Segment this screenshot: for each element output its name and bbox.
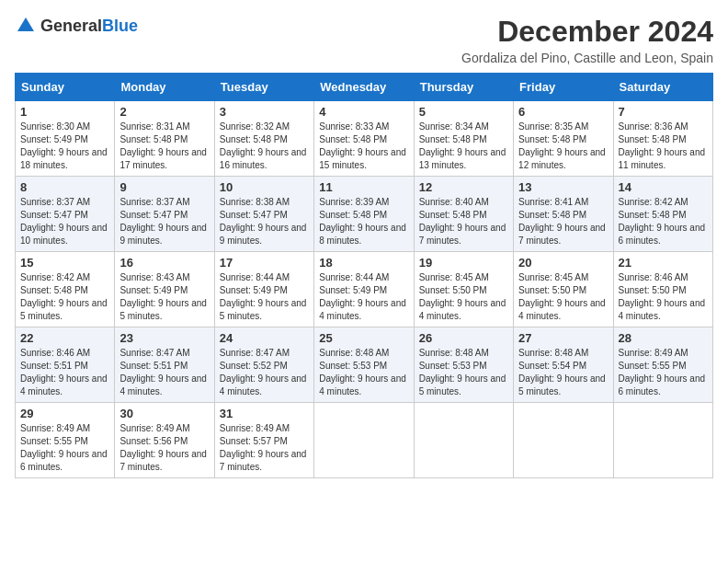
day-number: 20 [518, 256, 608, 270]
calendar-cell: 2Sunrise: 8:31 AM Sunset: 5:48 PM Daylig… [115, 101, 214, 177]
calendar-header-row: SundayMondayTuesdayWednesdayThursdayFrid… [16, 74, 713, 101]
calendar-cell: 3Sunrise: 8:32 AM Sunset: 5:48 PM Daylig… [214, 101, 313, 177]
column-header-friday: Friday [514, 74, 613, 101]
day-number: 2 [119, 105, 209, 119]
calendar-cell: 6Sunrise: 8:35 AM Sunset: 5:48 PM Daylig… [514, 101, 613, 177]
calendar-cell: 9Sunrise: 8:37 AM Sunset: 5:47 PM Daylig… [115, 177, 214, 252]
calendar-cell: 8Sunrise: 8:37 AM Sunset: 5:47 PM Daylig… [16, 177, 115, 252]
day-number: 3 [220, 105, 309, 119]
main-title: December 2024 [461, 15, 713, 49]
calendar-week-row: 22Sunrise: 8:46 AM Sunset: 5:51 PM Dayli… [16, 327, 713, 403]
day-number: 5 [419, 105, 508, 119]
logo: GeneralBlue [15, 15, 138, 37]
cell-info: Sunrise: 8:46 AM Sunset: 5:50 PM Dayligh… [619, 271, 708, 323]
day-number: 13 [518, 180, 608, 194]
cell-info: Sunrise: 8:48 AM Sunset: 5:54 PM Dayligh… [518, 347, 608, 398]
day-number: 15 [20, 256, 109, 270]
title-section: December 2024 Gordaliza del Pino, Castil… [461, 15, 713, 65]
calendar-cell: 7Sunrise: 8:36 AM Sunset: 5:48 PM Daylig… [613, 101, 712, 177]
calendar-cell: 22Sunrise: 8:46 AM Sunset: 5:51 PM Dayli… [16, 327, 115, 403]
calendar-cell: 20Sunrise: 8:45 AM Sunset: 5:50 PM Dayli… [514, 252, 613, 327]
calendar-cell: 26Sunrise: 8:48 AM Sunset: 5:53 PM Dayli… [414, 327, 513, 403]
cell-info: Sunrise: 8:37 AM Sunset: 5:47 PM Dayligh… [20, 196, 109, 247]
calendar-cell: 15Sunrise: 8:42 AM Sunset: 5:48 PM Dayli… [16, 252, 115, 327]
day-number: 17 [220, 256, 309, 270]
cell-info: Sunrise: 8:33 AM Sunset: 5:48 PM Dayligh… [319, 121, 408, 172]
day-number: 26 [419, 331, 508, 345]
cell-info: Sunrise: 8:44 AM Sunset: 5:49 PM Dayligh… [220, 271, 309, 323]
calendar-cell [613, 403, 712, 478]
page-header: GeneralBlue December 2024 Gordaliza del … [15, 15, 713, 65]
calendar-table: SundayMondayTuesdayWednesdayThursdayFrid… [15, 73, 713, 478]
logo-icon [15, 15, 37, 37]
cell-info: Sunrise: 8:34 AM Sunset: 5:48 PM Dayligh… [419, 121, 508, 172]
calendar-cell [314, 403, 414, 478]
calendar-cell: 29Sunrise: 8:49 AM Sunset: 5:55 PM Dayli… [16, 403, 115, 478]
cell-info: Sunrise: 8:48 AM Sunset: 5:53 PM Dayligh… [419, 347, 508, 398]
day-number: 16 [119, 256, 209, 270]
day-number: 19 [419, 256, 508, 270]
calendar-cell: 5Sunrise: 8:34 AM Sunset: 5:48 PM Daylig… [414, 101, 513, 177]
calendar-cell [514, 403, 613, 478]
day-number: 4 [319, 105, 408, 119]
column-header-thursday: Thursday [414, 74, 513, 101]
calendar-cell: 17Sunrise: 8:44 AM Sunset: 5:49 PM Dayli… [214, 252, 313, 327]
calendar-cell: 14Sunrise: 8:42 AM Sunset: 5:48 PM Dayli… [613, 177, 712, 252]
logo-text: GeneralBlue [40, 17, 138, 36]
cell-info: Sunrise: 8:46 AM Sunset: 5:51 PM Dayligh… [20, 347, 109, 398]
cell-info: Sunrise: 8:37 AM Sunset: 5:47 PM Dayligh… [119, 196, 209, 247]
calendar-cell [414, 403, 513, 478]
calendar-cell: 24Sunrise: 8:47 AM Sunset: 5:52 PM Dayli… [214, 327, 313, 403]
column-header-monday: Monday [115, 74, 214, 101]
cell-info: Sunrise: 8:49 AM Sunset: 5:55 PM Dayligh… [20, 422, 109, 474]
cell-info: Sunrise: 8:47 AM Sunset: 5:51 PM Dayligh… [119, 347, 209, 398]
column-header-saturday: Saturday [613, 74, 712, 101]
column-header-wednesday: Wednesday [314, 74, 414, 101]
cell-info: Sunrise: 8:49 AM Sunset: 5:57 PM Dayligh… [220, 422, 309, 474]
cell-info: Sunrise: 8:49 AM Sunset: 5:56 PM Dayligh… [119, 422, 209, 474]
calendar-cell: 27Sunrise: 8:48 AM Sunset: 5:54 PM Dayli… [514, 327, 613, 403]
calendar-cell: 16Sunrise: 8:43 AM Sunset: 5:49 PM Dayli… [115, 252, 214, 327]
cell-info: Sunrise: 8:43 AM Sunset: 5:49 PM Dayligh… [119, 271, 209, 323]
cell-info: Sunrise: 8:39 AM Sunset: 5:48 PM Dayligh… [319, 196, 408, 247]
day-number: 1 [20, 105, 109, 119]
cell-info: Sunrise: 8:41 AM Sunset: 5:48 PM Dayligh… [518, 196, 608, 247]
cell-info: Sunrise: 8:47 AM Sunset: 5:52 PM Dayligh… [220, 347, 309, 398]
calendar-cell: 13Sunrise: 8:41 AM Sunset: 5:48 PM Dayli… [514, 177, 613, 252]
calendar-cell: 10Sunrise: 8:38 AM Sunset: 5:47 PM Dayli… [214, 177, 313, 252]
cell-info: Sunrise: 8:35 AM Sunset: 5:48 PM Dayligh… [518, 121, 608, 172]
day-number: 18 [319, 256, 408, 270]
subtitle: Gordaliza del Pino, Castille and Leon, S… [461, 51, 713, 65]
calendar-cell: 28Sunrise: 8:49 AM Sunset: 5:55 PM Dayli… [613, 327, 712, 403]
column-header-tuesday: Tuesday [214, 74, 313, 101]
calendar-week-row: 29Sunrise: 8:49 AM Sunset: 5:55 PM Dayli… [16, 403, 713, 478]
cell-info: Sunrise: 8:36 AM Sunset: 5:48 PM Dayligh… [619, 121, 708, 172]
day-number: 14 [619, 180, 708, 194]
day-number: 7 [619, 105, 708, 119]
day-number: 31 [220, 407, 309, 420]
calendar-cell: 1Sunrise: 8:30 AM Sunset: 5:49 PM Daylig… [16, 101, 115, 177]
svg-marker-0 [17, 17, 34, 31]
calendar-cell: 12Sunrise: 8:40 AM Sunset: 5:48 PM Dayli… [414, 177, 513, 252]
day-number: 21 [619, 256, 708, 270]
cell-info: Sunrise: 8:45 AM Sunset: 5:50 PM Dayligh… [419, 271, 508, 323]
calendar-cell: 18Sunrise: 8:44 AM Sunset: 5:49 PM Dayli… [314, 252, 414, 327]
cell-info: Sunrise: 8:31 AM Sunset: 5:48 PM Dayligh… [119, 121, 209, 172]
calendar-cell: 31Sunrise: 8:49 AM Sunset: 5:57 PM Dayli… [214, 403, 313, 478]
cell-info: Sunrise: 8:45 AM Sunset: 5:50 PM Dayligh… [518, 271, 608, 323]
cell-info: Sunrise: 8:38 AM Sunset: 5:47 PM Dayligh… [220, 196, 309, 247]
calendar-cell: 23Sunrise: 8:47 AM Sunset: 5:51 PM Dayli… [115, 327, 214, 403]
day-number: 28 [619, 331, 708, 345]
cell-info: Sunrise: 8:44 AM Sunset: 5:49 PM Dayligh… [319, 271, 408, 323]
cell-info: Sunrise: 8:32 AM Sunset: 5:48 PM Dayligh… [220, 121, 309, 172]
day-number: 6 [518, 105, 608, 119]
calendar-cell: 25Sunrise: 8:48 AM Sunset: 5:53 PM Dayli… [314, 327, 414, 403]
column-header-sunday: Sunday [16, 74, 115, 101]
cell-info: Sunrise: 8:48 AM Sunset: 5:53 PM Dayligh… [319, 347, 408, 398]
day-number: 11 [319, 180, 408, 194]
day-number: 12 [419, 180, 508, 194]
day-number: 10 [220, 180, 309, 194]
day-number: 23 [119, 331, 209, 345]
cell-info: Sunrise: 8:42 AM Sunset: 5:48 PM Dayligh… [20, 271, 109, 323]
day-number: 30 [119, 407, 209, 420]
